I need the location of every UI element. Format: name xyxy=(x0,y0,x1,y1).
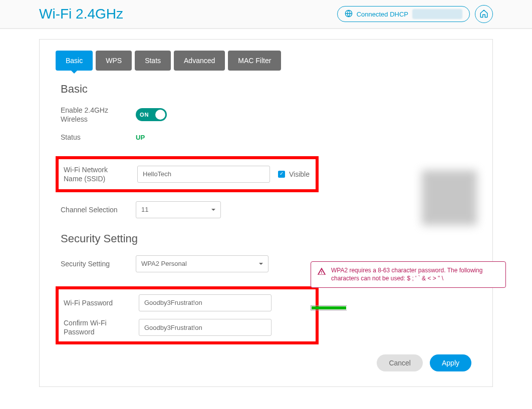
password-highlight: Wi-Fi Password Confirm Wi-Fi Password xyxy=(56,286,319,344)
toggle-on-text: ON xyxy=(140,112,149,118)
apply-button[interactable]: Apply xyxy=(430,354,471,371)
toggle-knob xyxy=(155,110,165,120)
page-title: Wi-Fi 2.4GHz xyxy=(39,6,123,22)
tab-mac-filter[interactable]: MAC Filter xyxy=(228,51,281,71)
password-input[interactable] xyxy=(139,294,272,311)
chevron-down-icon xyxy=(211,209,215,211)
password-requirements-text: WPA2 requires a 8-63 character password.… xyxy=(331,267,499,282)
connection-status-text: Connected DHCP xyxy=(357,11,408,18)
tabs: Basic WPS Stats Advanced MAC Filter xyxy=(56,51,476,71)
confirm-password-label: Confirm Wi-Fi Password xyxy=(64,318,129,336)
ssid-input[interactable] xyxy=(137,166,270,183)
password-strength-meter xyxy=(311,305,347,310)
channel-label: Channel Selection xyxy=(61,205,126,214)
tab-wps[interactable]: WPS xyxy=(96,51,132,71)
tab-advanced[interactable]: Advanced xyxy=(174,51,225,71)
security-setting-label: Security Setting xyxy=(61,259,126,268)
visible-checkbox[interactable] xyxy=(278,171,285,178)
channel-select[interactable]: 11 xyxy=(136,201,221,218)
warning-icon xyxy=(317,267,326,277)
ssid-highlight: Wi-Fi Network Name (SSID) Visible xyxy=(56,156,319,192)
ip-address-redacted xyxy=(412,9,462,19)
home-button[interactable] xyxy=(475,5,493,23)
password-label: Wi-Fi Password xyxy=(64,298,129,307)
cancel-button[interactable]: Cancel xyxy=(377,354,423,371)
security-setting-select[interactable]: WPA2 Personal xyxy=(136,255,269,272)
tab-stats[interactable]: Stats xyxy=(135,51,171,71)
basic-section-title: Basic xyxy=(61,83,471,96)
status-value: UP xyxy=(136,134,145,141)
home-icon xyxy=(479,9,488,20)
enable-wireless-toggle[interactable]: ON xyxy=(136,108,167,121)
security-setting-value: WPA2 Personal xyxy=(141,260,187,267)
qr-code-image xyxy=(422,170,477,225)
strength-fill xyxy=(312,306,346,309)
tab-basic[interactable]: Basic xyxy=(56,51,93,71)
topbar: Wi-Fi 2.4GHz Connected DHCP xyxy=(0,0,532,29)
security-section-title: Security Setting xyxy=(61,232,471,245)
chevron-down-icon xyxy=(259,263,263,265)
ssid-label: Wi-Fi Network Name (SSID) xyxy=(64,165,127,183)
globe-icon xyxy=(345,10,353,19)
connection-status-pill[interactable]: Connected DHCP xyxy=(337,6,470,22)
status-label: Status xyxy=(61,133,126,142)
confirm-password-input[interactable] xyxy=(139,319,272,336)
enable-wireless-label: Enable 2.4GHz Wireless xyxy=(61,106,126,124)
channel-value: 11 xyxy=(141,206,148,213)
visible-label: Visible xyxy=(289,170,310,178)
password-requirements-info: WPA2 requires a 8-63 character password.… xyxy=(311,261,506,288)
